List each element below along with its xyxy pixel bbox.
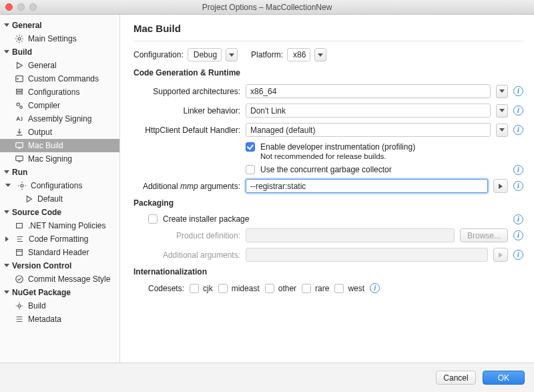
format-icon	[15, 234, 25, 244]
chevron-down-icon	[5, 184, 11, 187]
chevron-right-icon	[5, 236, 9, 242]
sidebar-item-label: Configurations	[31, 181, 82, 190]
svg-rect-3	[17, 92, 23, 94]
cancel-button[interactable]: Cancel	[436, 371, 475, 385]
sidebar-item-run-default[interactable]: Default	[0, 192, 119, 206]
play-icon	[15, 61, 24, 70]
mmp-play-button[interactable]	[493, 179, 508, 193]
create-installer-label: Create installer package	[163, 214, 249, 224]
httpclient-select[interactable]: Managed (default)	[246, 123, 491, 137]
sidebar-item-nuget-metadata[interactable]: Metadata	[0, 313, 119, 326]
sidebar-item-label: Commit Message Style	[28, 274, 110, 284]
sidebar-item-commit-style[interactable]: Commit Message Style	[0, 272, 119, 286]
sidebar-item-output[interactable]: Output	[0, 126, 119, 139]
info-icon[interactable]: i	[513, 230, 523, 240]
sidebar-group-label: General	[12, 21, 42, 30]
sidebar-item-label: .NET Naming Policies	[28, 221, 105, 230]
mmp-arguments-input[interactable]: --registrar:static	[246, 179, 488, 193]
codeset-rare-checkbox[interactable]	[302, 284, 311, 293]
footer: Cancel OK	[0, 363, 534, 392]
sidebar-group-source-code[interactable]: Source Code	[0, 206, 119, 219]
sidebar-item-assembly-signing[interactable]: Assembly Signing	[0, 112, 119, 126]
sidebar-group-version-control[interactable]: Version Control	[0, 259, 119, 272]
platform-select[interactable]: x86	[287, 48, 310, 61]
codeset-west-checkbox[interactable]	[334, 284, 344, 293]
sidebar-item-label: Standard Header	[28, 248, 89, 257]
sidebar-item-label: Mac Signing	[28, 154, 72, 164]
codeset-other-checkbox[interactable]	[265, 284, 274, 293]
sidebar-item-code-formatting[interactable]: Code Formatting	[0, 232, 119, 246]
arch-dropdown-button[interactable]	[496, 85, 508, 98]
sidebar: General Main Settings Build General Cust…	[0, 15, 120, 363]
svg-point-5	[20, 106, 23, 109]
gc-checkbox[interactable]	[246, 165, 255, 174]
titlebar: Project Options – MacCollectionNew	[0, 0, 534, 15]
profiling-checkbox[interactable]	[246, 142, 255, 152]
sidebar-item-label: Main Settings	[28, 34, 77, 43]
svg-rect-10	[17, 250, 23, 256]
svg-rect-6	[16, 143, 23, 148]
sidebar-group-label: Build	[12, 47, 32, 57]
section-i18n-title: Internationalization	[134, 267, 523, 276]
svg-point-4	[17, 103, 19, 106]
sidebar-item-main-settings[interactable]: Main Settings	[0, 32, 119, 45]
header-icon	[15, 248, 24, 257]
gears-icon	[15, 101, 24, 110]
sidebar-item-label: Compiler	[28, 101, 60, 110]
info-icon[interactable]: i	[370, 283, 380, 293]
configuration-select[interactable]: Debug	[188, 48, 222, 61]
sidebar-group-label: Run	[12, 168, 27, 177]
chevron-down-icon	[4, 50, 9, 53]
addargs-row: Additional arguments: i	[134, 248, 523, 262]
codeset-cjk-checkbox[interactable]	[190, 284, 199, 293]
sidebar-group-nuget[interactable]: NuGet Package	[0, 286, 119, 299]
sidebar-item-nuget-build[interactable]: Build	[0, 299, 119, 313]
httpclient-dropdown-button[interactable]	[496, 124, 508, 137]
sidebar-item-compiler[interactable]: Compiler	[0, 99, 119, 112]
sidebar-item-mac-build[interactable]: Mac Build	[0, 139, 119, 152]
output-icon	[15, 128, 24, 137]
codeset-rare: rare	[302, 284, 329, 293]
info-icon[interactable]: i	[513, 106, 523, 116]
linker-dropdown-button[interactable]	[496, 104, 508, 118]
platform-dropdown-button[interactable]	[314, 48, 326, 61]
sidebar-group-run[interactable]: Run	[0, 166, 119, 179]
info-icon[interactable]: i	[513, 165, 523, 175]
ok-button[interactable]: OK	[483, 371, 525, 385]
sidebar-item-custom-commands[interactable]: Custom Commands	[0, 72, 119, 85]
info-icon[interactable]: i	[513, 125, 523, 135]
create-installer-checkbox[interactable]	[148, 214, 158, 224]
sidebar-item-standard-header[interactable]: Standard Header	[0, 246, 119, 259]
linker-select[interactable]: Don't Link	[246, 104, 491, 118]
arch-select[interactable]: x86_64	[246, 84, 491, 98]
tag-icon	[15, 221, 24, 230]
signature-icon	[15, 114, 24, 124]
info-icon[interactable]: i	[513, 214, 523, 224]
info-icon[interactable]: i	[513, 250, 523, 260]
chevron-down-icon	[499, 128, 505, 132]
svg-rect-1	[16, 76, 23, 82]
mmp-row: Additional mmp arguments: --registrar:st…	[134, 179, 523, 193]
configuration-dropdown-button[interactable]	[226, 48, 238, 61]
sidebar-item-configurations[interactable]: Configurations	[0, 85, 119, 99]
sidebar-item-naming-policies[interactable]: .NET Naming Policies	[0, 219, 119, 232]
arch-row: Supported architectures: x86_64 i	[134, 84, 523, 98]
sidebar-item-run-configurations[interactable]: Configurations	[0, 179, 119, 192]
sidebar-item-build-general[interactable]: General	[0, 59, 119, 72]
sidebar-group-build[interactable]: Build	[0, 45, 119, 59]
configuration-value: Debug	[194, 50, 217, 59]
page-title: Mac Build	[134, 23, 523, 34]
info-icon[interactable]: i	[513, 181, 523, 191]
productdef-label: Product definition:	[134, 231, 240, 240]
info-icon[interactable]: i	[513, 86, 523, 96]
sidebar-item-label: Build	[28, 301, 46, 311]
sidebar-group-general[interactable]: General	[0, 19, 119, 32]
chevron-down-icon	[4, 290, 9, 294]
codeset-mideast-checkbox[interactable]	[218, 284, 228, 293]
sidebar-item-mac-signing[interactable]: Mac Signing	[0, 152, 119, 166]
monitor-icon	[15, 141, 24, 150]
sidebar-group-label: Version Control	[12, 261, 71, 270]
chevron-down-icon	[4, 264, 9, 267]
svg-rect-9	[17, 224, 23, 228]
httpclient-row: HttpClient Default Handler: Managed (def…	[134, 123, 523, 137]
